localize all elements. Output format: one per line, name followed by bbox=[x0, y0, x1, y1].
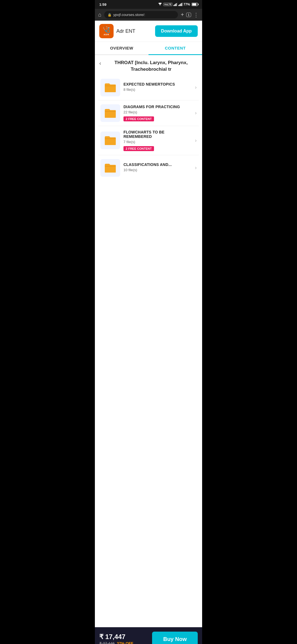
svg-rect-7 bbox=[182, 3, 182, 6]
folder-icon-wrap-3 bbox=[100, 132, 120, 149]
folder-files-2: 22 file(s) bbox=[123, 110, 192, 114]
folder-item-2[interactable]: DIAGRAMS FOR PRACTICING 22 file(s) 2 FRE… bbox=[98, 100, 199, 126]
status-icons: VoLTE 77% bbox=[158, 2, 198, 6]
buy-now-button[interactable]: Buy Now bbox=[152, 632, 198, 644]
app-name: Adr ENT bbox=[116, 28, 135, 34]
original-price-row: ₹ 27,446 37% OFF bbox=[99, 641, 133, 644]
folder-info-1: EXPECTED NEWERTOPICS 8 file(s) bbox=[123, 82, 192, 93]
lock-icon: 🔒 bbox=[108, 13, 112, 17]
browser-actions: + 1 ⋮ bbox=[181, 12, 199, 18]
chevron-right-icon-1: › bbox=[195, 84, 197, 90]
folder-files-4: 10 file(s) bbox=[123, 168, 192, 172]
tab-overview[interactable]: OVERVIEW bbox=[95, 42, 148, 54]
svg-rect-4 bbox=[178, 5, 179, 6]
battery-icon bbox=[192, 3, 198, 6]
folder-name-1: EXPECTED NEWERTOPICS bbox=[123, 82, 192, 86]
original-price: ₹ 27,446 bbox=[99, 641, 115, 644]
svg-rect-2 bbox=[176, 3, 177, 6]
svg-rect-3 bbox=[177, 3, 177, 6]
free-badge-2: 2 FREE CONTENT bbox=[123, 116, 154, 121]
browser-bar: ⌂ 🔒 ypvjf.courses.store/: + 1 ⋮ bbox=[95, 9, 202, 21]
chevron-right-icon-4: › bbox=[195, 165, 197, 171]
chevron-right-icon-3: › bbox=[195, 138, 197, 143]
chevron-right-icon-2: › bbox=[195, 110, 197, 116]
back-button[interactable]: ‹ bbox=[99, 59, 101, 66]
svg-rect-5 bbox=[180, 4, 180, 6]
folder-icon-wrap-2 bbox=[100, 104, 120, 122]
free-badge-3: 2 FREE CONTENT bbox=[123, 146, 154, 151]
folder-icon-wrap-4 bbox=[100, 159, 120, 177]
folder-icon-4 bbox=[104, 163, 116, 173]
app-brand: 🩺 ADR Adr ENT bbox=[99, 24, 135, 38]
tab-content[interactable]: CONTENT bbox=[148, 42, 202, 55]
price-footer: ₹ 17,447 ₹ 27,446 37% OFF Buy Now bbox=[95, 627, 202, 644]
folder-info-4: CLASSIFICATIONS AND... 10 file(s) bbox=[123, 162, 192, 173]
home-icon[interactable]: ⌂ bbox=[98, 12, 101, 18]
adr-label: ADR bbox=[103, 33, 110, 36]
url-bar[interactable]: 🔒 ypvjf.courses.store/: bbox=[104, 11, 178, 18]
folder-icon-2 bbox=[104, 108, 116, 118]
folder-item-1[interactable]: EXPECTED NEWERTOPICS 8 file(s) › bbox=[98, 75, 199, 100]
folder-list: EXPECTED NEWERTOPICS 8 file(s) › DIAGRAM… bbox=[95, 75, 202, 181]
svg-rect-6 bbox=[181, 3, 182, 6]
status-time: 1:59 bbox=[99, 2, 106, 7]
app-header: 🩺 ADR Adr ENT Download App bbox=[95, 21, 202, 42]
folder-icon-3 bbox=[104, 135, 116, 146]
tabs-bar: OVERVIEW CONTENT bbox=[95, 42, 202, 55]
section-header: ‹ THROAT [Inclu. Larynx, Pharynx, Trache… bbox=[95, 55, 202, 75]
menu-icon[interactable]: ⋮ bbox=[193, 12, 199, 18]
main-content: 🩺 ADR Adr ENT Download App OVERVIEW CONT… bbox=[95, 21, 202, 627]
folder-files-3: 7 file(s) bbox=[123, 140, 192, 144]
svg-rect-1 bbox=[175, 4, 175, 6]
folder-info-2: DIAGRAMS FOR PRACTICING 22 file(s) 2 FRE… bbox=[123, 105, 192, 121]
section-title: THROAT [Inclu. Larynx, Pharynx, Tracheob… bbox=[105, 59, 198, 73]
folder-name-2: DIAGRAMS FOR PRACTICING bbox=[123, 105, 192, 109]
download-app-button[interactable]: Download App bbox=[155, 25, 198, 37]
stethoscope-icon: 🩺 bbox=[103, 26, 110, 33]
new-tab-icon[interactable]: + bbox=[181, 12, 184, 18]
folder-name-3: FLOWCHARTS TO BE REMEMBERED bbox=[123, 130, 192, 139]
volte-indicator: VoLTE bbox=[163, 3, 172, 6]
app-logo: 🩺 ADR bbox=[99, 24, 114, 38]
status-bar: 1:59 VoLTE 77% bbox=[95, 0, 202, 9]
signal-icon bbox=[174, 3, 177, 6]
folder-icon-wrap-1 bbox=[100, 79, 120, 96]
discount-percentage: 37% OFF bbox=[117, 641, 133, 644]
folder-info-3: FLOWCHARTS TO BE REMEMBERED 7 file(s) 2 … bbox=[123, 130, 192, 151]
battery-percent: 77% bbox=[183, 2, 190, 6]
wifi-icon bbox=[158, 3, 162, 6]
current-price: ₹ 17,447 bbox=[99, 633, 133, 641]
folder-name-4: CLASSIFICATIONS AND... bbox=[123, 162, 192, 167]
folder-item-3[interactable]: FLOWCHARTS TO BE REMEMBERED 7 file(s) 2 … bbox=[98, 126, 199, 155]
svg-rect-0 bbox=[174, 5, 174, 6]
signal2-icon bbox=[178, 3, 182, 6]
folder-icon-1 bbox=[104, 82, 116, 93]
url-text: ypvjf.courses.store/: bbox=[113, 13, 145, 17]
tab-count[interactable]: 1 bbox=[186, 13, 191, 17]
folder-files-1: 8 file(s) bbox=[123, 88, 192, 92]
price-section: ₹ 17,447 ₹ 27,446 37% OFF bbox=[99, 633, 133, 644]
folder-item-4[interactable]: CLASSIFICATIONS AND... 10 file(s) › bbox=[98, 155, 199, 181]
